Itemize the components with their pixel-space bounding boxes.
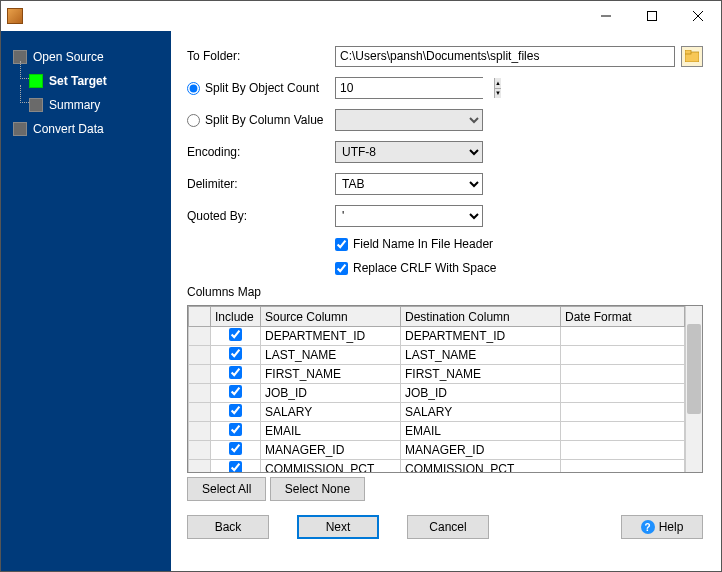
source-cell[interactable]: MANAGER_ID <box>261 441 401 460</box>
include-checkbox[interactable] <box>229 423 242 436</box>
nav-label: Convert Data <box>33 122 104 136</box>
split-by-column-radio[interactable] <box>187 114 200 127</box>
object-count-input[interactable] <box>336 78 494 98</box>
browse-folder-button[interactable] <box>681 46 703 67</box>
maximize-button[interactable] <box>629 1 675 31</box>
include-cell[interactable] <box>211 365 261 384</box>
split-by-count-radio-label[interactable]: Split By Object Count <box>187 81 335 95</box>
dest-cell[interactable]: EMAIL <box>401 422 561 441</box>
table-row[interactable]: SALARYSALARY <box>189 403 685 422</box>
header-dest[interactable]: Destination Column <box>401 307 561 327</box>
nav-convert-data[interactable]: Convert Data <box>1 117 171 141</box>
row-header[interactable] <box>189 365 211 384</box>
dest-cell[interactable]: COMMISSION_PCT <box>401 460 561 473</box>
fmt-cell[interactable] <box>561 460 685 473</box>
dest-cell[interactable]: DEPARTMENT_ID <box>401 327 561 346</box>
include-checkbox[interactable] <box>229 347 242 360</box>
back-button[interactable]: Back <box>187 515 269 539</box>
include-checkbox[interactable] <box>229 442 242 455</box>
cancel-button[interactable]: Cancel <box>407 515 489 539</box>
include-checkbox[interactable] <box>229 366 242 379</box>
spinner-down[interactable]: ▼ <box>495 89 501 99</box>
delimiter-select[interactable]: TAB <box>335 173 483 195</box>
source-cell[interactable]: COMMISSION_PCT <box>261 460 401 473</box>
fmt-cell[interactable] <box>561 422 685 441</box>
split-by-column-radio-label[interactable]: Split By Column Value <box>187 113 335 127</box>
include-cell[interactable] <box>211 422 261 441</box>
source-cell[interactable]: EMAIL <box>261 422 401 441</box>
dest-cell[interactable]: FIRST_NAME <box>401 365 561 384</box>
select-none-button[interactable]: Select None <box>270 477 365 501</box>
table-row[interactable]: JOB_IDJOB_ID <box>189 384 685 403</box>
to-folder-input[interactable] <box>335 46 675 67</box>
grid-scrollbar[interactable] <box>685 306 702 472</box>
include-cell[interactable] <box>211 346 261 365</box>
source-cell[interactable]: JOB_ID <box>261 384 401 403</box>
radio-text: Split By Object Count <box>205 81 319 95</box>
object-count-spinner[interactable]: ▲ ▼ <box>335 77 483 99</box>
close-button[interactable] <box>675 1 721 31</box>
include-checkbox[interactable] <box>229 328 242 341</box>
select-all-button[interactable]: Select All <box>187 477 266 501</box>
replace-crlf-check-label[interactable]: Replace CRLF With Space <box>335 261 703 275</box>
fmt-cell[interactable] <box>561 384 685 403</box>
row-header[interactable] <box>189 346 211 365</box>
table-row[interactable]: MANAGER_IDMANAGER_ID <box>189 441 685 460</box>
table-row[interactable]: EMAILEMAIL <box>189 422 685 441</box>
row-header[interactable] <box>189 327 211 346</box>
source-cell[interactable]: DEPARTMENT_ID <box>261 327 401 346</box>
scrollbar-thumb[interactable] <box>687 324 701 414</box>
table-row[interactable]: DEPARTMENT_IDDEPARTMENT_ID <box>189 327 685 346</box>
columns-map-label: Columns Map <box>187 285 703 299</box>
split-by-count-radio[interactable] <box>187 82 200 95</box>
dest-cell[interactable]: LAST_NAME <box>401 346 561 365</box>
dest-cell[interactable]: SALARY <box>401 403 561 422</box>
quoted-by-label: Quoted By: <box>187 209 335 223</box>
header-format[interactable]: Date Format <box>561 307 685 327</box>
include-checkbox[interactable] <box>229 385 242 398</box>
include-cell[interactable] <box>211 327 261 346</box>
row-header[interactable] <box>189 460 211 473</box>
include-checkbox[interactable] <box>229 461 242 472</box>
split-column-select[interactable] <box>335 109 483 131</box>
help-label: Help <box>659 520 684 534</box>
source-cell[interactable]: FIRST_NAME <box>261 365 401 384</box>
row-header[interactable] <box>189 403 211 422</box>
dest-cell[interactable]: MANAGER_ID <box>401 441 561 460</box>
include-cell[interactable] <box>211 441 261 460</box>
include-cell[interactable] <box>211 460 261 473</box>
row-header[interactable] <box>189 384 211 403</box>
include-cell[interactable] <box>211 403 261 422</box>
header-source[interactable]: Source Column <box>261 307 401 327</box>
tree-connector <box>20 85 29 103</box>
table-row[interactable]: LAST_NAMELAST_NAME <box>189 346 685 365</box>
field-header-check-label[interactable]: Field Name In File Header <box>335 237 703 251</box>
replace-crlf-checkbox[interactable] <box>335 262 348 275</box>
nav-summary[interactable]: Summary <box>1 93 171 117</box>
encoding-select[interactable]: UTF-8 <box>335 141 483 163</box>
next-button[interactable]: Next <box>297 515 379 539</box>
radio-text: Split By Column Value <box>205 113 324 127</box>
source-cell[interactable]: SALARY <box>261 403 401 422</box>
include-checkbox[interactable] <box>229 404 242 417</box>
minimize-button[interactable] <box>583 1 629 31</box>
row-header[interactable] <box>189 422 211 441</box>
row-header[interactable] <box>189 441 211 460</box>
dest-cell[interactable]: JOB_ID <box>401 384 561 403</box>
fmt-cell[interactable] <box>561 365 685 384</box>
table-row[interactable]: FIRST_NAMEFIRST_NAME <box>189 365 685 384</box>
check-text: Replace CRLF With Space <box>353 261 496 275</box>
header-include[interactable]: Include <box>211 307 261 327</box>
include-cell[interactable] <box>211 384 261 403</box>
source-cell[interactable]: LAST_NAME <box>261 346 401 365</box>
table-row[interactable]: COMMISSION_PCTCOMMISSION_PCT <box>189 460 685 473</box>
help-button[interactable]: ? Help <box>621 515 703 539</box>
fmt-cell[interactable] <box>561 346 685 365</box>
close-icon <box>693 11 703 21</box>
fmt-cell[interactable] <box>561 441 685 460</box>
quoted-by-select[interactable]: ' <box>335 205 483 227</box>
spinner-up[interactable]: ▲ <box>495 78 501 89</box>
fmt-cell[interactable] <box>561 403 685 422</box>
fmt-cell[interactable] <box>561 327 685 346</box>
field-header-checkbox[interactable] <box>335 238 348 251</box>
